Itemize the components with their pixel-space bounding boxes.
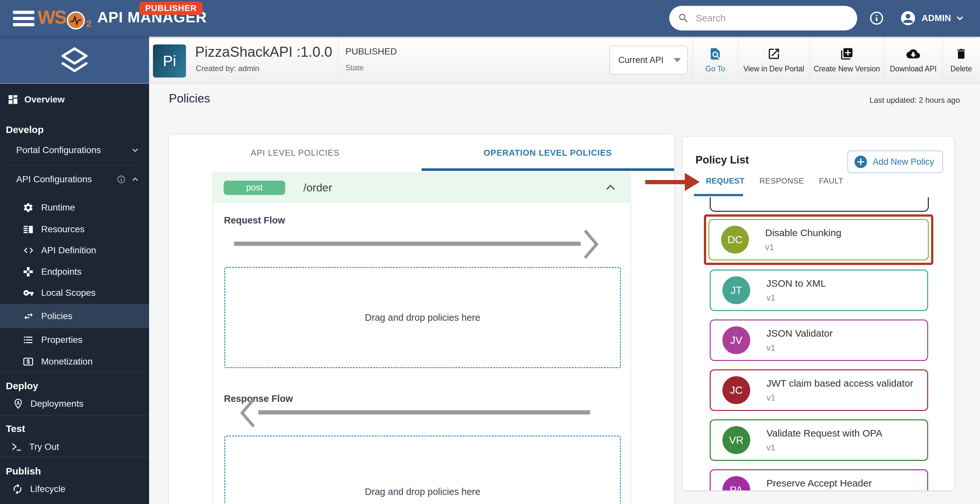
menu-icon[interactable] bbox=[13, 11, 34, 26]
policy-card-validate-request-opa[interactable]: VR Validate Request with OPA v1 bbox=[710, 419, 928, 461]
sidebar-item-label: Lifecycle bbox=[30, 484, 65, 494]
search-icon bbox=[678, 12, 689, 24]
policy-card-json-to-xml[interactable]: JT JSON to XML v1 bbox=[710, 270, 928, 311]
policy-avatar: VR bbox=[722, 426, 750, 454]
annotation-highlight-box: DC Disable Chunking v1 bbox=[704, 214, 933, 265]
add-new-policy-label: Add New Policy bbox=[873, 157, 934, 167]
info-button[interactable] bbox=[869, 11, 884, 26]
wso2-pulse-icon bbox=[67, 11, 85, 30]
tab-fault[interactable]: FAULT bbox=[817, 176, 845, 185]
tab-request[interactable]: REQUEST bbox=[704, 176, 747, 185]
trash-icon bbox=[955, 47, 968, 61]
policy-card-disable-chunking[interactable]: DC Disable Chunking v1 bbox=[708, 219, 929, 260]
sidebar-item-label: Endpoints bbox=[41, 266, 82, 277]
request-flow-dropzone[interactable]: Drag and drop policies here bbox=[224, 267, 621, 368]
sidebar-item-runtime[interactable]: Runtime bbox=[0, 198, 149, 217]
policy-avatar: DC bbox=[721, 226, 749, 254]
copy-plus-icon bbox=[840, 47, 854, 61]
policy-level-tabs: API LEVEL POLICIES OPERATION LEVEL POLIC… bbox=[169, 135, 674, 171]
sidebar-item-label: Local Scopes bbox=[41, 288, 95, 298]
sidebar-item-try-out[interactable]: Try Out bbox=[0, 438, 149, 456]
view-in-dev-portal-button[interactable]: View in Dev Portal bbox=[738, 37, 810, 83]
sidebar-item-properties[interactable]: Properties bbox=[0, 331, 149, 349]
open-in-new-icon bbox=[767, 47, 781, 61]
action-label: Download API bbox=[890, 65, 937, 73]
user-menu[interactable]: ADMIN bbox=[900, 10, 966, 27]
chevron-up-icon[interactable] bbox=[605, 183, 616, 192]
lifecycle-loop-icon bbox=[12, 483, 23, 495]
sidebar-item-monetization[interactable]: $ Monetization bbox=[0, 352, 149, 371]
info-icon bbox=[117, 175, 126, 184]
sidebar-item-local-scopes[interactable]: Local Scopes bbox=[0, 284, 149, 302]
policy-name: JWT claim based access validator bbox=[767, 378, 913, 389]
api-state-value: PUBLISHED bbox=[345, 46, 397, 57]
policy-cards-list: DC Disable Chunking v1 JT JSON to XML v1 bbox=[682, 195, 954, 490]
dropdown-caret-icon bbox=[674, 58, 681, 62]
divider bbox=[0, 372, 149, 372]
policy-card-json-validator[interactable]: JV JSON Validator v1 bbox=[710, 319, 928, 361]
policy-version: v1 bbox=[767, 343, 833, 353]
wso2-logo-subscript: 2 bbox=[86, 18, 91, 29]
policy-version: v1 bbox=[765, 242, 841, 252]
operation-accordion-body: Request Flow Drag and drop policies here… bbox=[212, 203, 631, 504]
divider bbox=[338, 37, 338, 83]
policy-editor-card: API LEVEL POLICIES OPERATION LEVEL POLIC… bbox=[169, 135, 674, 504]
sidebar-item-resources[interactable]: Resources bbox=[0, 220, 149, 238]
top-app-bar: WS 2 API MANAGER PUBLISHER ADMIN bbox=[0, 0, 980, 37]
sidebar-item-endpoints[interactable]: Endpoints bbox=[0, 263, 149, 281]
sidebar-item-overview[interactable]: Overview bbox=[0, 91, 149, 108]
annotation-arrow bbox=[645, 173, 700, 191]
sidebar-item-policies[interactable]: Policies bbox=[0, 304, 149, 328]
response-flow-dropzone[interactable]: Drag and drop policies here bbox=[224, 435, 621, 504]
sidebar-item-lifecycle[interactable]: Lifecycle bbox=[0, 480, 149, 498]
operation-accordion: post /order Request Flow Drag and drop p… bbox=[212, 172, 631, 504]
policy-name: Preserve Accept Header bbox=[767, 478, 872, 489]
sidebar-item-label: Monetization bbox=[41, 356, 93, 367]
action-label: Go To bbox=[705, 65, 725, 73]
sidebar-item-label: Resources bbox=[41, 224, 84, 234]
dropzone-hint: Drag and drop policies here bbox=[365, 312, 480, 323]
cloud-download-icon bbox=[906, 47, 921, 61]
search-input[interactable] bbox=[695, 13, 849, 24]
go-to-button[interactable]: Go To bbox=[692, 37, 738, 83]
policy-card-preserve-accept-header[interactable]: PA Preserve Accept Header v1 bbox=[710, 469, 928, 490]
sidebar-item-api-configurations[interactable]: API Configurations bbox=[0, 170, 149, 188]
policy-card-partial[interactable] bbox=[710, 197, 929, 212]
api-created-by: Created by: admin bbox=[196, 64, 259, 73]
operation-accordion-header[interactable]: post /order bbox=[212, 172, 631, 203]
version-selector-value: Current API bbox=[618, 55, 664, 65]
wso2-logo-text: WS bbox=[38, 6, 66, 29]
api-title: PizzaShackAPI :1.0.0 bbox=[195, 44, 332, 60]
gear-icon bbox=[23, 202, 34, 213]
code-icon bbox=[23, 245, 34, 256]
response-flow-line bbox=[258, 410, 590, 415]
publisher-layers-logo bbox=[0, 37, 149, 83]
endpoints-icon bbox=[23, 266, 34, 277]
sidebar-item-label: Properties bbox=[41, 335, 83, 345]
global-search bbox=[669, 6, 857, 30]
tab-api-level-policies[interactable]: API LEVEL POLICIES bbox=[169, 135, 422, 171]
left-navigation: Overview Develop Portal Configurations A… bbox=[0, 83, 149, 504]
delete-button[interactable]: Delete bbox=[942, 37, 980, 83]
sidebar-item-deployments[interactable]: Deployments bbox=[0, 395, 149, 413]
policy-version: v1 bbox=[767, 443, 882, 453]
policy-version: v1 bbox=[767, 293, 826, 303]
sidebar-item-label: Runtime bbox=[41, 203, 75, 213]
policy-avatar: JC bbox=[722, 376, 750, 404]
add-new-policy-button[interactable]: Add New Policy bbox=[848, 150, 943, 173]
section-header-publish: Publish bbox=[6, 462, 41, 480]
create-new-version-button[interactable]: Create New Version bbox=[810, 37, 884, 83]
sidebar-item-portal-configurations[interactable]: Portal Configurations bbox=[0, 141, 149, 159]
version-selector[interactable]: Current API bbox=[609, 46, 688, 74]
policy-avatar: PA bbox=[722, 476, 750, 490]
tab-operation-level-policies[interactable]: OPERATION LEVEL POLICIES bbox=[422, 135, 675, 171]
section-header-develop: Develop bbox=[6, 121, 44, 139]
download-api-button[interactable]: Download API bbox=[884, 37, 942, 83]
flow-arrow-left-icon bbox=[240, 397, 256, 428]
sidebar-item-api-definition[interactable]: API Definition bbox=[0, 241, 149, 260]
policy-card-jwt-claim-validator[interactable]: JC JWT claim based access validator v1 bbox=[710, 369, 928, 411]
sidebar-item-label: Policies bbox=[41, 311, 72, 321]
main-content: Policies Last updated: 2 hours ago API L… bbox=[149, 83, 980, 504]
dropzone-hint: Drag and drop policies here bbox=[365, 486, 480, 497]
tab-response[interactable]: RESPONSE bbox=[758, 176, 806, 185]
